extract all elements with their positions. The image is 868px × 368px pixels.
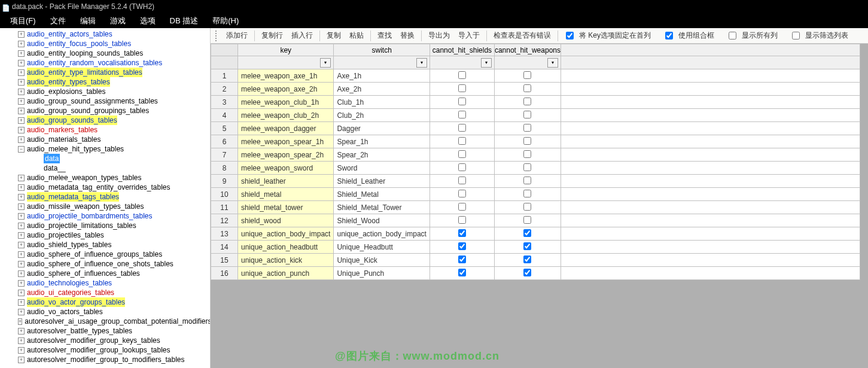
checkbox[interactable] (458, 177, 466, 184)
data-grid[interactable]: key switch cannot_hit_shields cannot_hit… (211, 44, 860, 280)
cell-switch[interactable]: Axe_1h (334, 69, 430, 83)
tree-item[interactable]: +audio_group_sound_groupings_tables (0, 106, 210, 115)
expand-icon[interactable]: + (18, 136, 25, 143)
cell-weapons[interactable] (494, 109, 561, 122)
table-row[interactable]: 16unique_action_punchUnique_Punch (211, 267, 860, 280)
expand-icon[interactable]: + (18, 50, 25, 57)
toolbar-button[interactable]: 检查表是否有错误 (490, 31, 555, 41)
expand-icon[interactable]: + (18, 194, 25, 200)
toolbar-button[interactable]: 替换 (397, 31, 418, 41)
checkbox[interactable] (458, 216, 466, 224)
cell-weapons[interactable] (494, 148, 561, 162)
row-number[interactable]: 14 (211, 241, 238, 254)
table-row[interactable]: 4melee_weapon_club_2hClub_2h (211, 109, 860, 122)
cell-shields[interactable] (430, 214, 494, 227)
expand-icon[interactable]: + (18, 318, 22, 325)
cell-switch[interactable]: unique_action_body_impact (334, 227, 430, 241)
expand-icon[interactable]: + (18, 79, 25, 86)
cell-weapons[interactable] (494, 241, 561, 254)
tree-item[interactable]: +audio_projectile_limitations_tables (0, 221, 210, 230)
tree-child-item[interactable]: data__ (0, 163, 210, 173)
cell-shields[interactable] (430, 162, 494, 175)
cell-switch[interactable]: Unique_Headbutt (334, 241, 430, 254)
cell-switch[interactable]: Unique_Kick (334, 254, 430, 267)
table-row[interactable]: 3melee_weapon_club_1hClub_1h (211, 96, 860, 109)
row-number[interactable]: 13 (211, 227, 238, 241)
tree-item[interactable]: +autoresolver_modifier_group_keys_tables (0, 336, 210, 345)
col-header-switch[interactable]: switch (334, 44, 430, 56)
menu-item[interactable]: 帮助(H) (205, 16, 246, 26)
cell-switch[interactable]: Axe_2h (334, 83, 430, 96)
table-row[interactable]: 5melee_weapon_daggerDagger (211, 122, 860, 135)
expand-icon[interactable]: + (18, 309, 25, 315)
checkbox[interactable] (523, 216, 531, 224)
cell-switch[interactable]: Dagger (334, 122, 430, 135)
tree-item[interactable]: +audio_sphere_of_influence_one_shots_tab… (0, 259, 210, 269)
table-row[interactable]: 10shield_metalShield_Metal (211, 188, 860, 201)
table-row[interactable]: 1melee_weapon_axe_1hAxe_1h (211, 69, 860, 83)
menu-item[interactable]: DB 描述 (163, 16, 206, 26)
row-number[interactable]: 9 (211, 175, 238, 188)
row-number[interactable]: 15 (211, 254, 238, 267)
expand-icon[interactable]: + (18, 270, 25, 277)
cell-key[interactable]: melee_weapon_sword (238, 162, 334, 175)
expand-icon[interactable]: + (18, 213, 25, 220)
tree-sidebar[interactable]: +audio_entity_actors_tables+audio_entity… (0, 28, 211, 368)
cell-key[interactable]: unique_action_headbutt (238, 241, 334, 254)
filter-dropdown-weapons[interactable]: ▾ (547, 58, 558, 68)
checkbox[interactable] (665, 32, 673, 39)
tree-item[interactable]: +audio_sphere_of_influence_groups_tables (0, 250, 210, 259)
cell-switch[interactable]: Club_2h (334, 109, 430, 122)
tree-item[interactable]: +autoresolver_modifier_group_to_modifier… (0, 355, 210, 364)
table-row[interactable]: 9shield_leatherShield_Leather (211, 175, 860, 188)
checkbox[interactable] (458, 137, 466, 145)
row-number[interactable]: 11 (211, 201, 238, 214)
cell-shields[interactable] (430, 254, 494, 267)
cell-weapons[interactable] (494, 188, 561, 201)
cell-shields[interactable] (430, 135, 494, 148)
cell-weapons[interactable] (494, 122, 561, 135)
checkbox[interactable] (523, 177, 531, 184)
table-row[interactable]: 11shield_metal_towerShield_Metal_Tower (211, 201, 860, 214)
cell-key[interactable]: melee_weapon_spear_1h (238, 135, 334, 148)
checkbox[interactable] (458, 269, 466, 276)
tree-item[interactable]: +audio_ui_categories_tables (0, 288, 210, 297)
row-number[interactable]: 12 (211, 214, 238, 227)
cell-shields[interactable] (430, 122, 494, 135)
cell-weapons[interactable] (494, 69, 561, 83)
checkbox[interactable] (523, 98, 531, 105)
table-row[interactable]: 2melee_weapon_axe_2hAxe_2h (211, 83, 860, 96)
cell-key[interactable]: shield_leather (238, 175, 334, 188)
row-number[interactable]: 16 (211, 267, 238, 280)
checkbox[interactable] (523, 229, 531, 237)
expand-icon[interactable]: + (18, 184, 25, 191)
menu-item[interactable]: 编辑 (73, 16, 103, 26)
cell-switch[interactable]: Sword (334, 162, 430, 175)
expand-icon[interactable]: + (18, 89, 25, 95)
expand-icon[interactable]: + (18, 299, 25, 306)
toolbar-button[interactable]: 插入行 (288, 31, 316, 41)
cell-switch[interactable]: Unique_Punch (334, 267, 430, 280)
menu-item[interactable]: 项目(F) (3, 16, 43, 26)
tree-item[interactable]: +audio_explosions_tables (0, 87, 210, 96)
tree-item[interactable]: +audio_entity_actors_tables (0, 29, 210, 39)
cell-switch[interactable]: Club_1h (334, 96, 430, 109)
checkbox[interactable] (458, 71, 466, 79)
tree-item[interactable]: +audio_projectile_bombardments_tables (0, 211, 210, 221)
checkbox[interactable] (458, 98, 466, 105)
cell-weapons[interactable] (494, 227, 561, 241)
row-number[interactable]: 7 (211, 148, 238, 162)
cell-key[interactable]: unique_action_punch (238, 267, 334, 280)
expand-icon[interactable]: + (18, 347, 25, 354)
tree-item[interactable]: +audio_vo_actor_groups_tables (0, 297, 210, 307)
row-number[interactable]: 3 (211, 96, 238, 109)
cell-weapons[interactable] (494, 214, 561, 227)
tree-item[interactable]: +autoresolver_battle_types_tables (0, 326, 210, 336)
checkbox[interactable] (523, 242, 531, 250)
tree-item[interactable]: +audio_missile_weapon_types_tables (0, 202, 210, 211)
checkbox[interactable] (566, 32, 574, 39)
checkbox[interactable] (458, 150, 466, 158)
cell-key[interactable]: melee_weapon_spear_2h (238, 148, 334, 162)
cell-shields[interactable] (430, 227, 494, 241)
expand-icon[interactable]: + (18, 290, 25, 296)
